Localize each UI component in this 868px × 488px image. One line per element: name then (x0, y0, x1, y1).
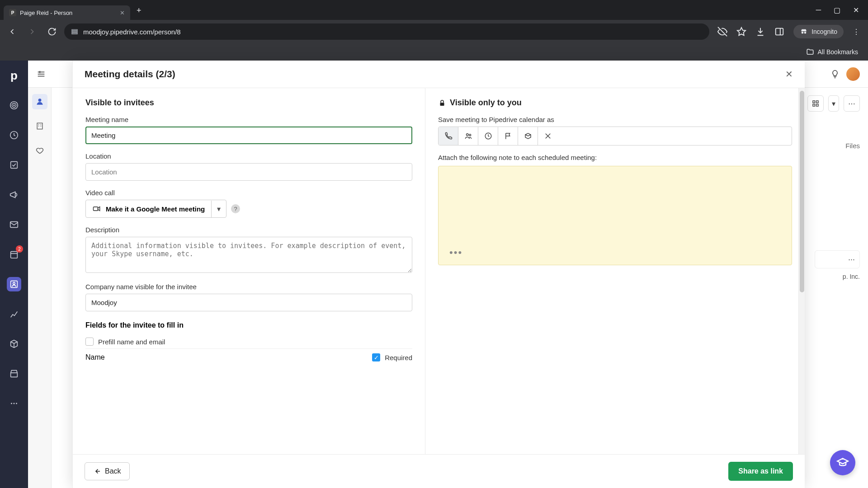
prefill-checkbox-row[interactable]: Prefill name and email (85, 335, 412, 348)
minimize-icon[interactable]: ─ (816, 6, 821, 14)
incognito-badge[interactable]: Incognito (793, 25, 844, 38)
persona-strip (28, 88, 52, 488)
meeting-name-input[interactable] (85, 127, 412, 144)
share-as-link-button[interactable]: Share as link (728, 462, 793, 481)
description-textarea[interactable] (85, 237, 412, 273)
maximize-icon[interactable]: ▢ (834, 6, 840, 14)
company-name-input[interactable] (85, 294, 412, 311)
modal-footer: Back Share as link (73, 454, 805, 488)
sidepanel-icon[interactable] (774, 27, 784, 37)
megaphone-icon[interactable] (7, 188, 21, 202)
close-icon[interactable]: ✕ (785, 69, 793, 80)
location-input[interactable] (85, 163, 412, 181)
svg-rect-35 (440, 103, 444, 106)
modal-body: Visible to invitees Meeting name Locatio… (73, 88, 805, 454)
svg-rect-2 (72, 33, 77, 34)
lunch-type-button[interactable] (538, 127, 558, 145)
task-type-button[interactable] (478, 127, 498, 145)
chart-icon[interactable] (7, 307, 21, 321)
prefill-label: Prefill name and email (98, 338, 165, 346)
avatar[interactable] (846, 67, 860, 81)
svg-rect-0 (72, 30, 77, 31)
arrow-left-icon (93, 467, 101, 475)
new-tab-button[interactable]: + (130, 1, 148, 20)
heart-icon[interactable] (32, 143, 47, 158)
svg-point-37 (469, 134, 471, 136)
svg-rect-26 (813, 104, 815, 107)
download-icon[interactable] (755, 27, 765, 37)
graduation-cap-icon (836, 456, 849, 469)
invitee-fields-heading: Fields for the invitee to fill in (85, 321, 412, 329)
dropdown-caret-button[interactable]: ▾ (828, 95, 839, 112)
building-icon[interactable] (32, 118, 47, 134)
window-controls: ─ ▢ ✕ (816, 0, 868, 20)
svg-rect-25 (816, 101, 819, 103)
help-icon[interactable]: ? (231, 204, 240, 213)
bg-card-more[interactable]: ⋯ (815, 250, 860, 268)
incognito-icon (800, 28, 808, 36)
target-icon[interactable] (7, 98, 21, 113)
contacts-icon[interactable] (7, 277, 21, 291)
help-fab[interactable] (830, 450, 855, 475)
deadline-type-button[interactable] (498, 127, 518, 145)
forward-icon (24, 24, 40, 39)
package-icon[interactable] (7, 337, 21, 351)
meeting-type-button[interactable] (458, 127, 478, 145)
checkbox-unchecked-icon[interactable] (85, 338, 94, 346)
chevron-down-icon[interactable]: ▾ (211, 201, 226, 217)
svg-point-6 (802, 32, 804, 34)
address-bar[interactable]: moodjoy.pipedrive.com/person/8 (64, 23, 709, 40)
lightbulb-icon[interactable] (830, 69, 840, 79)
svg-point-18 (11, 403, 12, 404)
kebab-menu-icon[interactable]: ⋮ (853, 28, 860, 36)
svg-rect-34 (94, 207, 98, 211)
note-textarea[interactable]: ••• (438, 166, 792, 265)
call-type-button[interactable] (439, 127, 458, 145)
back-button[interactable]: Back (85, 462, 130, 480)
star-icon[interactable] (736, 27, 746, 37)
calendar-icon[interactable]: 2 (7, 247, 21, 262)
person-icon[interactable] (32, 94, 47, 109)
close-tab-icon[interactable]: ✕ (120, 9, 125, 16)
grid-view-button[interactable] (807, 95, 824, 112)
scrollbar-thumb[interactable] (800, 91, 804, 292)
back-icon[interactable] (5, 24, 20, 39)
description-label: Description (85, 226, 412, 234)
svg-point-10 (14, 105, 14, 106)
svg-point-19 (14, 403, 15, 404)
visible-to-invitees-heading: Visible to invitees (85, 98, 412, 108)
svg-point-9 (12, 103, 16, 107)
clock-icon[interactable] (7, 128, 21, 142)
ellipsis-icon[interactable]: ••• (449, 247, 462, 258)
video-call-button[interactable]: Make it a Google Meet meeting ▾ (85, 200, 226, 218)
pipedrive-logo-icon[interactable]: p (10, 69, 18, 83)
svg-point-36 (466, 134, 468, 136)
bg-tab-files[interactable]: Files (845, 142, 860, 150)
camera-icon (92, 204, 101, 213)
mail-icon[interactable] (7, 217, 21, 232)
checkbox-checked-icon[interactable]: ✓ (372, 353, 380, 361)
visible-only-to-you-heading: Visible only to you (438, 98, 792, 108)
marketplace-icon[interactable] (7, 366, 21, 381)
name-field-row: Name ✓ Required (85, 348, 412, 366)
more-options-button[interactable]: ⋯ (844, 95, 860, 112)
check-square-icon[interactable] (7, 158, 21, 172)
modal-header: Meeting details (2/3) ✕ (73, 61, 805, 88)
close-window-icon[interactable]: ✕ (853, 6, 859, 14)
svg-point-20 (16, 403, 17, 404)
svg-point-7 (804, 32, 807, 34)
svg-rect-12 (11, 162, 18, 169)
meeting-name-label: Meeting name (85, 116, 412, 123)
more-icon[interactable] (7, 396, 21, 411)
scrollbar[interactable] (798, 88, 805, 454)
all-bookmarks-button[interactable]: All Bookmarks (818, 48, 858, 56)
reload-icon[interactable] (44, 24, 60, 39)
browser-tab[interactable]: P Paige Reid - Person ✕ (4, 5, 130, 20)
eye-off-icon[interactable] (717, 27, 727, 37)
favicon-p-icon: P (9, 9, 16, 16)
modal-right-panel: Visible only to you Save meeting to Pipe… (425, 88, 805, 454)
site-settings-icon[interactable] (71, 28, 79, 36)
email-type-button[interactable] (518, 127, 538, 145)
video-call-label: Video call (85, 189, 412, 197)
collapse-menu-icon[interactable] (36, 69, 46, 79)
